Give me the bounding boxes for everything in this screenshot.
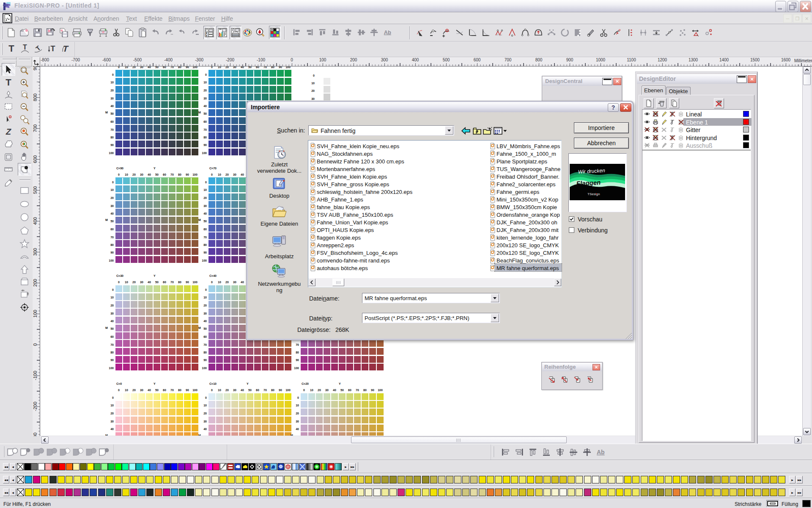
svg-text:T: T bbox=[51, 44, 55, 53]
svg-text:Ab: Ab bbox=[597, 449, 605, 456]
svg-text:Flaggen: Flaggen bbox=[576, 179, 601, 187]
svg-text:Z: Z bbox=[5, 127, 12, 136]
svg-text:T: T bbox=[8, 44, 14, 54]
svg-text:T: T bbox=[34, 44, 42, 52]
svg-text:TSesign: TSesign bbox=[587, 192, 600, 196]
svg-text:T: T bbox=[5, 77, 11, 88]
svg-text:T: T bbox=[23, 44, 27, 51]
svg-text:Ab: Ab bbox=[384, 29, 391, 36]
svg-text:Y:: Y: bbox=[206, 34, 208, 37]
